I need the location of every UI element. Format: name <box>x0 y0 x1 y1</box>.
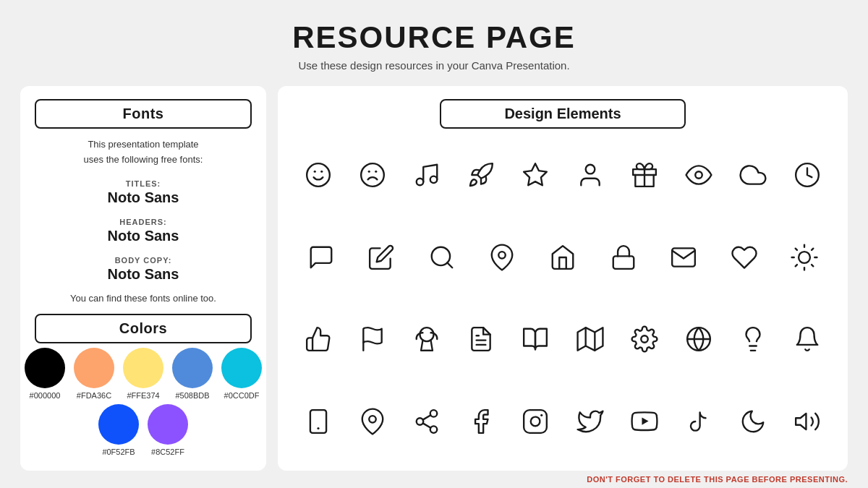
svg-line-26 <box>812 248 813 249</box>
star-icon <box>513 156 558 194</box>
map-icon <box>568 320 613 358</box>
colors-row-1: #000000 #FDA36C #FFE374 #508BDB #0CC0DF <box>35 348 252 400</box>
design-elements-label: Design Elements <box>440 99 686 129</box>
tiktok-icon <box>676 403 721 440</box>
youtube-icon <box>622 403 667 440</box>
svg-point-7 <box>430 176 438 183</box>
footer-note: DON'T FORGET TO DELETE THIS PAGE BEFORE … <box>0 471 868 488</box>
smartphone-icon <box>296 403 341 440</box>
color-cyan: #0CC0DF <box>221 348 262 400</box>
svg-point-16 <box>499 252 506 259</box>
svg-point-9 <box>585 165 595 174</box>
book-icon <box>513 320 558 358</box>
eye-icon <box>676 156 721 194</box>
trophy-icon <box>404 320 449 358</box>
svg-line-15 <box>447 262 452 267</box>
left-panel: Fonts This presentation template uses th… <box>20 86 266 471</box>
icons-row-2 <box>291 239 835 276</box>
svg-point-28 <box>420 328 433 342</box>
icons-row-1 <box>291 156 835 194</box>
mail-icon <box>661 239 706 276</box>
instagram-icon <box>513 403 558 440</box>
thumbsup-icon <box>296 320 341 358</box>
color-blue: #508BDB <box>172 348 213 400</box>
color-circle-blue <box>172 348 213 388</box>
cloud-icon <box>731 156 775 194</box>
globe-icon <box>676 320 721 358</box>
svg-point-41 <box>369 416 376 423</box>
twitter-icon <box>568 403 613 440</box>
svg-marker-31 <box>577 328 603 351</box>
share-icon <box>404 403 449 440</box>
page-subtitle: Use these design resources in your Canva… <box>292 59 576 72</box>
svg-point-44 <box>430 426 438 433</box>
svg-point-43 <box>417 418 424 425</box>
chat-icon <box>299 239 344 276</box>
svg-point-42 <box>430 410 438 417</box>
page-header: RESOURCE PAGE Use these design resources… <box>292 0 576 79</box>
color-black: #000000 <box>25 348 65 400</box>
colors-section: Colors #000000 #FDA36C #FFE374 #508BDB <box>35 314 252 456</box>
fonts-label: Fonts <box>35 99 252 129</box>
lightbulb-icon <box>731 320 775 358</box>
person-icon <box>568 156 613 194</box>
fonts-note: You can find these fonts online too. <box>35 293 252 304</box>
color-circle-cyan <box>221 348 262 388</box>
sad-face-icon <box>350 156 395 194</box>
clock-icon <box>785 156 830 194</box>
titles-font-item: TITLES: Noto Sans <box>35 176 252 206</box>
svg-rect-17 <box>613 256 634 268</box>
colors-row-2: #0F52FB #8C52FF <box>35 404 252 456</box>
color-circle-purple <box>148 404 188 445</box>
sun-icon <box>782 239 827 276</box>
gear-icon <box>622 320 667 358</box>
house-icon <box>540 239 585 276</box>
search-icon <box>420 239 464 276</box>
svg-point-3 <box>361 163 384 187</box>
flag-icon <box>350 320 395 358</box>
svg-point-6 <box>417 179 424 186</box>
page-title: RESOURCE PAGE <box>292 20 576 55</box>
color-circle-yellow <box>123 348 163 388</box>
smiley-icon <box>296 156 341 194</box>
bell-icon <box>785 320 830 358</box>
icons-row-3 <box>291 320 835 358</box>
moon-icon <box>731 403 775 440</box>
music-icon <box>404 156 449 194</box>
svg-point-18 <box>799 252 810 263</box>
pencil-icon <box>359 239 404 276</box>
color-purple: #8C52FF <box>148 404 188 456</box>
svg-rect-47 <box>524 410 548 433</box>
color-circle-black <box>25 348 65 388</box>
color-circle-royal-blue <box>98 404 139 445</box>
rocket-icon <box>459 156 503 194</box>
svg-line-22 <box>812 265 813 266</box>
svg-line-21 <box>796 248 797 249</box>
document-icon <box>459 320 503 358</box>
svg-point-12 <box>695 171 702 179</box>
headers-font-item: HEADERS: Noto Sans <box>35 215 252 244</box>
svg-point-0 <box>307 163 330 187</box>
svg-marker-8 <box>524 163 548 185</box>
svg-marker-49 <box>642 418 648 425</box>
lock-icon <box>601 239 646 276</box>
svg-point-34 <box>641 336 648 343</box>
colors-label: Colors <box>35 314 252 343</box>
svg-line-45 <box>423 424 431 428</box>
main-content: Fonts This presentation template uses th… <box>0 79 868 471</box>
color-orange: #FDA36C <box>74 348 114 400</box>
svg-line-46 <box>423 415 431 419</box>
color-royal-blue: #0F52FB <box>98 404 139 456</box>
svg-line-25 <box>796 265 797 266</box>
heart-icon <box>722 239 767 276</box>
right-panel: Design Elements <box>278 86 848 471</box>
color-yellow: #FFE374 <box>123 348 163 400</box>
icons-row-4 <box>291 403 835 440</box>
gift-icon <box>622 156 667 194</box>
fonts-desc: This presentation template uses the foll… <box>35 137 252 168</box>
facebook-icon <box>459 403 503 440</box>
svg-marker-50 <box>796 414 806 429</box>
icons-grid <box>291 136 835 461</box>
pin-icon <box>480 239 524 276</box>
location-icon <box>350 403 395 440</box>
